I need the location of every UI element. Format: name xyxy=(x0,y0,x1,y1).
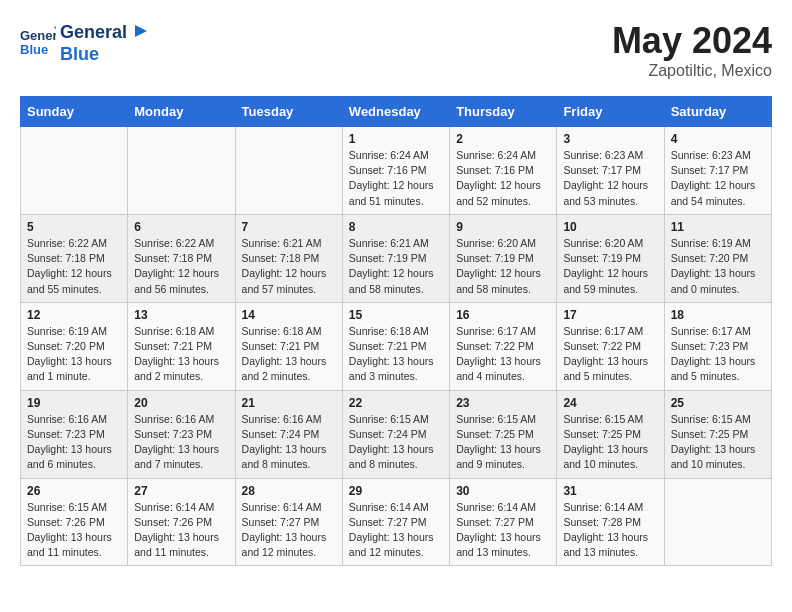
calendar-cell: 9Sunrise: 6:20 AMSunset: 7:19 PMDaylight… xyxy=(450,214,557,302)
day-number: 5 xyxy=(27,220,121,234)
calendar-cell: 12Sunrise: 6:19 AMSunset: 7:20 PMDayligh… xyxy=(21,302,128,390)
calendar-cell: 30Sunrise: 6:14 AMSunset: 7:27 PMDayligh… xyxy=(450,478,557,566)
day-header-sunday: Sunday xyxy=(21,97,128,127)
day-detail: Sunrise: 6:18 AMSunset: 7:21 PMDaylight:… xyxy=(349,324,443,385)
day-detail: Sunrise: 6:21 AMSunset: 7:19 PMDaylight:… xyxy=(349,236,443,297)
day-number: 31 xyxy=(563,484,657,498)
day-number: 6 xyxy=(134,220,228,234)
calendar-cell: 31Sunrise: 6:14 AMSunset: 7:28 PMDayligh… xyxy=(557,478,664,566)
day-detail: Sunrise: 6:17 AMSunset: 7:22 PMDaylight:… xyxy=(456,324,550,385)
day-detail: Sunrise: 6:15 AMSunset: 7:26 PMDaylight:… xyxy=(27,500,121,561)
day-detail: Sunrise: 6:19 AMSunset: 7:20 PMDaylight:… xyxy=(27,324,121,385)
day-detail: Sunrise: 6:16 AMSunset: 7:23 PMDaylight:… xyxy=(134,412,228,473)
day-number: 21 xyxy=(242,396,336,410)
day-detail: Sunrise: 6:18 AMSunset: 7:21 PMDaylight:… xyxy=(242,324,336,385)
day-number: 7 xyxy=(242,220,336,234)
day-detail: Sunrise: 6:18 AMSunset: 7:21 PMDaylight:… xyxy=(134,324,228,385)
calendar-cell: 17Sunrise: 6:17 AMSunset: 7:22 PMDayligh… xyxy=(557,302,664,390)
calendar-cell: 11Sunrise: 6:19 AMSunset: 7:20 PMDayligh… xyxy=(664,214,771,302)
day-number: 3 xyxy=(563,132,657,146)
day-number: 26 xyxy=(27,484,121,498)
day-number: 10 xyxy=(563,220,657,234)
svg-text:Blue: Blue xyxy=(20,42,48,57)
day-detail: Sunrise: 6:15 AMSunset: 7:25 PMDaylight:… xyxy=(563,412,657,473)
day-number: 4 xyxy=(671,132,765,146)
calendar-cell: 23Sunrise: 6:15 AMSunset: 7:25 PMDayligh… xyxy=(450,390,557,478)
day-detail: Sunrise: 6:22 AMSunset: 7:18 PMDaylight:… xyxy=(27,236,121,297)
calendar-cell: 29Sunrise: 6:14 AMSunset: 7:27 PMDayligh… xyxy=(342,478,449,566)
day-detail: Sunrise: 6:17 AMSunset: 7:23 PMDaylight:… xyxy=(671,324,765,385)
day-detail: Sunrise: 6:19 AMSunset: 7:20 PMDaylight:… xyxy=(671,236,765,297)
calendar-cell: 26Sunrise: 6:15 AMSunset: 7:26 PMDayligh… xyxy=(21,478,128,566)
day-number: 16 xyxy=(456,308,550,322)
day-number: 28 xyxy=(242,484,336,498)
calendar-cell: 13Sunrise: 6:18 AMSunset: 7:21 PMDayligh… xyxy=(128,302,235,390)
calendar-cell xyxy=(128,127,235,215)
day-detail: Sunrise: 6:14 AMSunset: 7:26 PMDaylight:… xyxy=(134,500,228,561)
logo: General Blue General Blue xyxy=(20,20,149,64)
calendar-cell: 24Sunrise: 6:15 AMSunset: 7:25 PMDayligh… xyxy=(557,390,664,478)
calendar-cell: 4Sunrise: 6:23 AMSunset: 7:17 PMDaylight… xyxy=(664,127,771,215)
calendar-cell: 8Sunrise: 6:21 AMSunset: 7:19 PMDaylight… xyxy=(342,214,449,302)
day-detail: Sunrise: 6:16 AMSunset: 7:23 PMDaylight:… xyxy=(27,412,121,473)
calendar-cell: 20Sunrise: 6:16 AMSunset: 7:23 PMDayligh… xyxy=(128,390,235,478)
calendar-cell: 21Sunrise: 6:16 AMSunset: 7:24 PMDayligh… xyxy=(235,390,342,478)
day-number: 23 xyxy=(456,396,550,410)
calendar-cell: 16Sunrise: 6:17 AMSunset: 7:22 PMDayligh… xyxy=(450,302,557,390)
day-detail: Sunrise: 6:16 AMSunset: 7:24 PMDaylight:… xyxy=(242,412,336,473)
calendar-cell: 5Sunrise: 6:22 AMSunset: 7:18 PMDaylight… xyxy=(21,214,128,302)
day-number: 13 xyxy=(134,308,228,322)
day-header-friday: Friday xyxy=(557,97,664,127)
day-detail: Sunrise: 6:24 AMSunset: 7:16 PMDaylight:… xyxy=(349,148,443,209)
day-detail: Sunrise: 6:15 AMSunset: 7:25 PMDaylight:… xyxy=(671,412,765,473)
logo-arrow xyxy=(133,23,149,39)
calendar-cell: 22Sunrise: 6:15 AMSunset: 7:24 PMDayligh… xyxy=(342,390,449,478)
svg-text:General: General xyxy=(20,28,56,43)
day-number: 29 xyxy=(349,484,443,498)
day-header-saturday: Saturday xyxy=(664,97,771,127)
calendar-cell: 2Sunrise: 6:24 AMSunset: 7:16 PMDaylight… xyxy=(450,127,557,215)
day-number: 11 xyxy=(671,220,765,234)
day-detail: Sunrise: 6:20 AMSunset: 7:19 PMDaylight:… xyxy=(456,236,550,297)
calendar-cell: 1Sunrise: 6:24 AMSunset: 7:16 PMDaylight… xyxy=(342,127,449,215)
logo-general-text: General xyxy=(60,22,127,42)
day-detail: Sunrise: 6:14 AMSunset: 7:27 PMDaylight:… xyxy=(349,500,443,561)
calendar-cell: 6Sunrise: 6:22 AMSunset: 7:18 PMDaylight… xyxy=(128,214,235,302)
day-detail: Sunrise: 6:23 AMSunset: 7:17 PMDaylight:… xyxy=(671,148,765,209)
calendar-cell: 19Sunrise: 6:16 AMSunset: 7:23 PMDayligh… xyxy=(21,390,128,478)
calendar-cell: 14Sunrise: 6:18 AMSunset: 7:21 PMDayligh… xyxy=(235,302,342,390)
calendar-cell xyxy=(21,127,128,215)
day-detail: Sunrise: 6:24 AMSunset: 7:16 PMDaylight:… xyxy=(456,148,550,209)
day-number: 2 xyxy=(456,132,550,146)
month-title: May 2024 xyxy=(612,20,772,62)
day-number: 25 xyxy=(671,396,765,410)
day-number: 22 xyxy=(349,396,443,410)
calendar-cell: 18Sunrise: 6:17 AMSunset: 7:23 PMDayligh… xyxy=(664,302,771,390)
day-header-tuesday: Tuesday xyxy=(235,97,342,127)
day-detail: Sunrise: 6:14 AMSunset: 7:27 PMDaylight:… xyxy=(242,500,336,561)
calendar-table: SundayMondayTuesdayWednesdayThursdayFrid… xyxy=(20,96,772,566)
calendar-cell xyxy=(235,127,342,215)
day-number: 1 xyxy=(349,132,443,146)
calendar-cell xyxy=(664,478,771,566)
day-number: 12 xyxy=(27,308,121,322)
calendar-cell: 15Sunrise: 6:18 AMSunset: 7:21 PMDayligh… xyxy=(342,302,449,390)
day-number: 8 xyxy=(349,220,443,234)
calendar-cell: 25Sunrise: 6:15 AMSunset: 7:25 PMDayligh… xyxy=(664,390,771,478)
calendar-cell: 3Sunrise: 6:23 AMSunset: 7:17 PMDaylight… xyxy=(557,127,664,215)
day-number: 15 xyxy=(349,308,443,322)
day-number: 27 xyxy=(134,484,228,498)
day-number: 24 xyxy=(563,396,657,410)
day-detail: Sunrise: 6:15 AMSunset: 7:24 PMDaylight:… xyxy=(349,412,443,473)
day-number: 14 xyxy=(242,308,336,322)
day-number: 17 xyxy=(563,308,657,322)
title-block: May 2024 Zapotiltic, Mexico xyxy=(612,20,772,80)
day-number: 19 xyxy=(27,396,121,410)
calendar-cell: 27Sunrise: 6:14 AMSunset: 7:26 PMDayligh… xyxy=(128,478,235,566)
day-detail: Sunrise: 6:15 AMSunset: 7:25 PMDaylight:… xyxy=(456,412,550,473)
day-detail: Sunrise: 6:23 AMSunset: 7:17 PMDaylight:… xyxy=(563,148,657,209)
day-number: 9 xyxy=(456,220,550,234)
day-header-monday: Monday xyxy=(128,97,235,127)
location: Zapotiltic, Mexico xyxy=(612,62,772,80)
day-number: 20 xyxy=(134,396,228,410)
